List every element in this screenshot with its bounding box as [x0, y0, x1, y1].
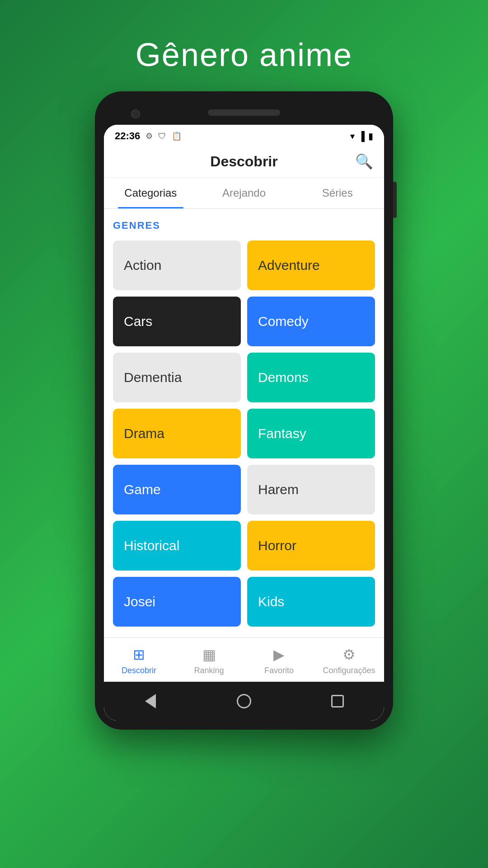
genre-cars[interactable]: Cars	[113, 297, 241, 346]
phone-side-button	[393, 182, 397, 218]
shield-icon: 🛡	[158, 132, 166, 141]
nav-ranking[interactable]: ▦ Ranking	[174, 638, 244, 682]
status-bar: 22:36 ⚙ 🛡 📋 ▾ ▐ ▮	[104, 125, 384, 146]
phone-camera	[131, 109, 140, 118]
status-left: 22:36 ⚙ 🛡 📋	[115, 130, 182, 142]
recents-icon	[331, 695, 344, 708]
favorito-icon: ▶	[273, 646, 285, 663]
genre-historical[interactable]: Historical	[113, 521, 241, 571]
genre-drama[interactable]: Drama	[113, 409, 241, 458]
nav-descobrir[interactable]: ⊞ Descobrir	[104, 638, 174, 682]
signal-icon: ▐	[358, 131, 365, 142]
section-label: GENRES	[113, 220, 375, 231]
genre-kids[interactable]: Kids	[247, 577, 375, 627]
app-bar-title: Descobrir	[133, 153, 355, 170]
genre-horror[interactable]: Horror	[247, 521, 375, 571]
genre-adventure[interactable]: Adventure	[247, 241, 375, 290]
wifi-icon: ▾	[350, 131, 355, 142]
phone-frame: 22:36 ⚙ 🛡 📋 ▾ ▐ ▮ Descobrir 🔍 Categorias	[95, 91, 393, 730]
genre-demons[interactable]: Demons	[247, 353, 375, 402]
bottom-nav: ⊞ Descobrir ▦ Ranking ▶ Favorito ⚙ Confi…	[104, 637, 384, 682]
gear-icon: ⚙	[145, 131, 153, 141]
recents-button[interactable]	[326, 690, 349, 712]
clipboard-icon: 📋	[172, 131, 182, 141]
genre-harem[interactable]: Harem	[247, 465, 375, 514]
ranking-icon: ▦	[202, 646, 216, 663]
phone-top-bar	[104, 105, 384, 125]
page-title-area: Gênero anime	[0, 0, 488, 91]
tabs-bar: Categorias Arejando Séries	[104, 178, 384, 209]
genre-comedy[interactable]: Comedy	[247, 297, 375, 346]
android-nav-bar	[104, 682, 384, 721]
app-bar: Descobrir 🔍	[104, 146, 384, 178]
nav-configuracoes[interactable]: ⚙ Configurações	[314, 638, 384, 682]
phone-speaker	[208, 109, 280, 116]
tab-series[interactable]: Séries	[291, 178, 384, 208]
configuracoes-icon: ⚙	[343, 646, 356, 663]
genre-game[interactable]: Game	[113, 465, 241, 514]
status-right: ▾ ▐ ▮	[350, 131, 373, 142]
battery-icon: ▮	[368, 131, 373, 142]
home-icon	[237, 694, 251, 708]
content-area: GENRES Action Adventure Cars Comedy Deme…	[104, 209, 384, 637]
tab-categorias[interactable]: Categorias	[104, 178, 197, 208]
home-button[interactable]	[233, 690, 255, 712]
page-title: Gênero anime	[0, 36, 488, 73]
genres-grid: Action Adventure Cars Comedy Dementia De…	[113, 241, 375, 627]
descobrir-icon: ⊞	[133, 646, 145, 663]
search-button[interactable]: 🔍	[355, 153, 373, 170]
genre-dementia[interactable]: Dementia	[113, 353, 241, 402]
genre-josei[interactable]: Josei	[113, 577, 241, 627]
back-button[interactable]	[139, 690, 162, 712]
status-time: 22:36	[115, 130, 140, 142]
genre-action[interactable]: Action	[113, 241, 241, 290]
phone-screen: 22:36 ⚙ 🛡 📋 ▾ ▐ ▮ Descobrir 🔍 Categorias	[104, 125, 384, 721]
genre-fantasy[interactable]: Fantasy	[247, 409, 375, 458]
tab-arejando[interactable]: Arejando	[197, 178, 291, 208]
back-icon	[145, 694, 156, 708]
nav-favorito[interactable]: ▶ Favorito	[244, 638, 314, 682]
